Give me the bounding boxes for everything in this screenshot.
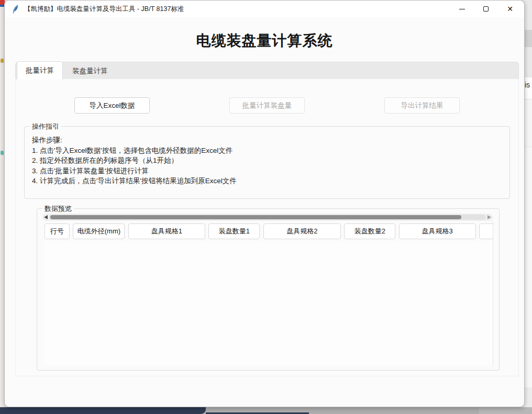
background-band <box>524 47 532 77</box>
background-band <box>524 0 532 30</box>
background-band <box>524 30 532 47</box>
column-header-drum-spec-1[interactable]: 盘具规格1 <box>128 223 205 239</box>
python-feather-icon <box>12 4 20 14</box>
column-header-diameter[interactable]: 电缆外径(mm) <box>73 223 125 239</box>
scrollbar-thumb[interactable] <box>50 215 461 219</box>
tab-drum-calculation[interactable]: 装盘量计算 <box>63 62 117 80</box>
page-title: 电缆装盘量计算系统 <box>5 31 524 51</box>
tab-bar: 批量计算 装盘量计算 <box>15 62 519 79</box>
batch-calculation-page: 导入Excel数据 批量计算装盘量 导出计算结果 操作指引 操作步骤: 1. 点… <box>15 79 519 376</box>
operation-guide-box: 操作指引 操作步骤: 1. 点击'导入Excel数据'按钮，选择包含电缆外径数据… <box>24 126 510 199</box>
operation-guide-label: 操作指引 <box>30 122 61 130</box>
close-icon: ✕ <box>507 5 513 13</box>
window-controls: ✕ <box>450 1 522 17</box>
column-header-row-number[interactable]: 行号 <box>45 223 70 239</box>
table-canvas-edge <box>493 221 493 367</box>
table-header-row: 行号 电缆外径(mm) 盘具规格1 装盘数量1 盘具规格2 装盘数量2 盘具规格… <box>45 223 493 240</box>
guide-line: 4. 计算完成后，点击'导出计算结果'按钮将结果追加到原Excel文件 <box>32 176 509 186</box>
guide-line: 1. 点击'导入Excel数据'按钮，选择包含电缆外径数据的Excel文件 <box>32 146 509 156</box>
titlebar: 【凯博励】电缆装盘量计算及导出工具 - JB/T 8137标准 ✕ <box>5 1 524 17</box>
operation-steps: 操作步骤: 1. 点击'导入Excel数据'按钮，选择包含电缆外径数据的Exce… <box>25 127 509 186</box>
column-header-drum-spec-2[interactable]: 盘具规格2 <box>263 223 341 239</box>
close-button[interactable]: ✕ <box>498 1 522 17</box>
taskbar-navy-segment <box>0 407 206 414</box>
background-band <box>524 100 532 147</box>
column-header-quantity-3[interactable]: 装盘数量3 <box>479 223 493 239</box>
background-app-yellow-speck <box>1 59 4 63</box>
column-header-quantity-1[interactable]: 装盘数量1 <box>208 223 260 239</box>
guide-line: 2. 指定外径数据所在的列标题序号（从1开始） <box>32 155 509 166</box>
scroll-left-arrow-icon[interactable] <box>44 215 48 219</box>
guide-line: 操作步骤: <box>32 135 509 146</box>
import-excel-button[interactable]: 导入Excel数据 <box>74 97 150 114</box>
column-header-drum-spec-3[interactable]: 盘具规格3 <box>399 223 476 239</box>
taskbar-strip <box>0 407 532 414</box>
taskbar-gray-segment <box>479 407 532 414</box>
background-band <box>524 387 532 407</box>
table-empty-area <box>45 241 493 365</box>
background-window-right-sliver: is <box>524 0 532 407</box>
maximize-button[interactable] <box>474 1 498 17</box>
window-title: 【凯博励】电缆装盘量计算及导出工具 - JB/T 8137标准 <box>24 5 184 14</box>
guide-line: 3. 点击'批量计算装盘量'按钮进行计算 <box>32 166 509 176</box>
batch-calculate-button[interactable]: 批量计算装盘量 <box>229 97 305 114</box>
data-preview-box: 数据预览 行号 电缆外径(mm) 盘具规格1 装盘数量1 盘具规格2 装盘数量2… <box>37 208 500 371</box>
tab-label: 批量计算 <box>26 66 54 75</box>
tab-batch-calculation[interactable]: 批量计算 <box>17 61 63 80</box>
export-results-button[interactable]: 导出计算结果 <box>384 97 460 114</box>
desktop: is 【凯博励】电缆装盘量计算及导出工具 - JB/T 8137标准 <box>0 0 532 414</box>
app-window: 【凯博励】电缆装盘量计算及导出工具 - JB/T 8137标准 ✕ 电缆装盘量计… <box>4 0 525 407</box>
scroll-right-arrow-icon[interactable] <box>487 215 491 219</box>
minimize-icon <box>459 9 465 9</box>
minimize-button[interactable] <box>450 1 474 17</box>
data-preview-label: 数据预览 <box>42 205 74 212</box>
background-app-teal-speck <box>1 151 4 155</box>
scrollbar-track[interactable] <box>49 215 486 220</box>
horizontal-scrollbar[interactable] <box>42 214 493 221</box>
column-header-quantity-2[interactable]: 装盘数量2 <box>344 223 395 239</box>
background-window-text-fragment: is <box>524 77 532 99</box>
maximize-icon <box>483 6 489 12</box>
tab-label: 装盘量计算 <box>72 66 108 76</box>
